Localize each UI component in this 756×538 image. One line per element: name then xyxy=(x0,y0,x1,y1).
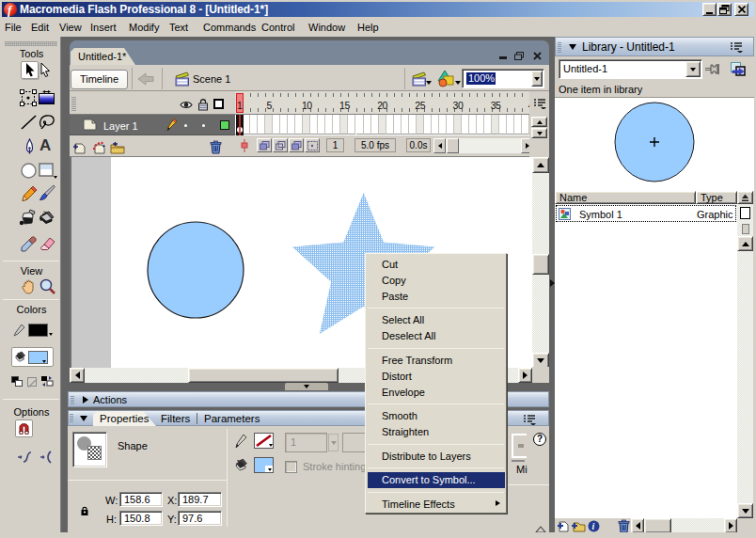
svg-text:i: i xyxy=(592,521,595,531)
